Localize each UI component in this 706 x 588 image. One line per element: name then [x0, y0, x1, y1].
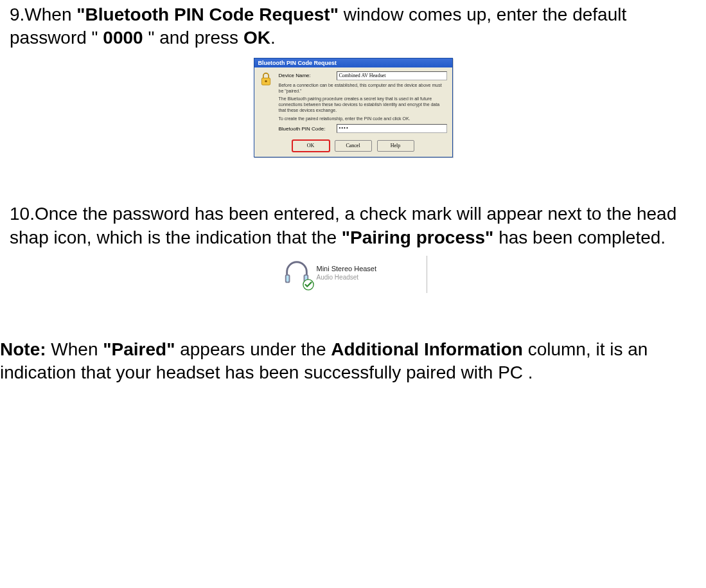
lock-icon [260, 71, 272, 87]
step-10: 10.Once the password has been entered, a… [0, 202, 706, 249]
step10-text-b: has been completed. [493, 227, 666, 247]
step-number: 9. [10, 4, 24, 24]
step-number: 10. [10, 204, 35, 224]
paired-figure-wrap: Mini Stereo Heaset Audio Headset [0, 249, 706, 293]
dialog-figure-wrap: Bluetooth PIN Code Request Device Name: … [0, 50, 706, 158]
headset-icon-wrap [282, 258, 312, 288]
device-labels: Mini Stereo Heaset Audio Headset [317, 265, 377, 281]
dialog-body: Device Name: Combined AV Headset Before … [254, 67, 452, 138]
note-block: Note: When "Paired" appears under the Ad… [0, 338, 706, 385]
step9-text-d: . [270, 28, 276, 48]
svg-point-1 [265, 80, 267, 82]
dialog-info-col: Device Name: Combined AV Headset Before … [279, 71, 447, 136]
paired-device-figure: Mini Stereo Heaset Audio Headset [279, 256, 427, 293]
dialog-msg-1: Before a connection can be established, … [279, 83, 447, 94]
note-bold-b: Additional Information [331, 339, 523, 359]
svg-rect-4 [286, 276, 288, 282]
step10-bold-a: "Pairing process" [342, 227, 494, 247]
step9-bold-b: 0000 [103, 28, 143, 48]
note-label: Note: [0, 339, 46, 359]
step-9: 9.When "Bluetooth PIN Code Request" wind… [0, 3, 706, 50]
device-name-field[interactable]: Combined AV Headset [337, 71, 447, 80]
step9-text-c: " and press [143, 28, 243, 48]
device-title: Mini Stereo Heaset [317, 265, 377, 273]
ok-button[interactable]: OK [292, 140, 330, 152]
check-icon [303, 279, 314, 290]
device-name-row: Device Name: Combined AV Headset [279, 71, 447, 80]
device-subtitle: Audio Headset [317, 274, 377, 281]
bluetooth-pin-dialog: Bluetooth PIN Code Request Device Name: … [254, 58, 453, 158]
dialog-titlebar: Bluetooth PIN Code Request [254, 58, 452, 67]
device-name-label: Device Name: [279, 73, 337, 78]
dialog-button-row: OK Cancel Help [254, 138, 452, 157]
dialog-msg-2: The Bluetooth pairing procedure creates … [279, 96, 447, 113]
note-text-a: When [46, 339, 103, 359]
cancel-button[interactable]: Cancel [335, 140, 372, 152]
dialog-icon-col [260, 71, 274, 136]
pin-code-row: Bluetooth PIN Code: •••• [279, 124, 447, 133]
document-page: 9.When "Bluetooth PIN Code Request" wind… [0, 3, 706, 385]
pin-code-field[interactable]: •••• [337, 124, 447, 133]
step9-bold-a: "Bluetooth PIN Code Request" [76, 4, 339, 24]
note-bold-a: "Paired" [103, 339, 175, 359]
dialog-msg-3: To create the paired relationship, enter… [279, 116, 447, 122]
note-text-b: appears under the [175, 339, 331, 359]
help-button[interactable]: Help [377, 140, 414, 152]
step9-text-a: When [24, 4, 76, 24]
step9-bold-c: OK [243, 28, 270, 48]
pin-code-label: Bluetooth PIN Code: [279, 126, 337, 132]
